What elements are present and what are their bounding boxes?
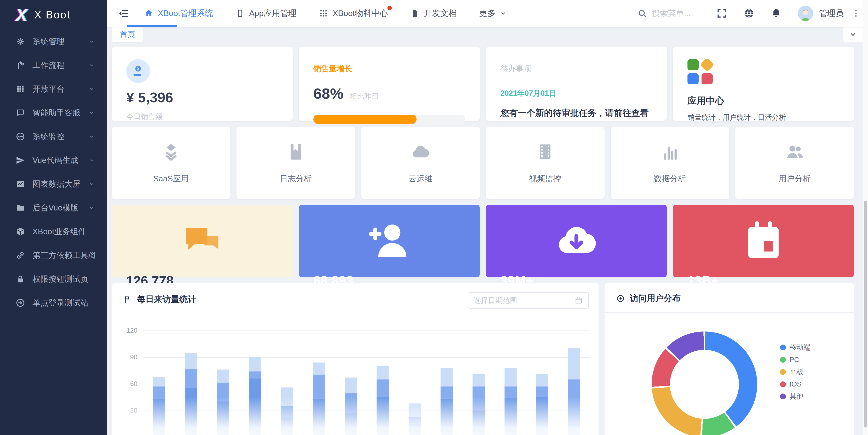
bar-1-segment-bottom	[153, 399, 165, 435]
growth-card: 销售量增长 68% 相比昨日	[299, 47, 480, 121]
bar-2-segment-middle	[185, 369, 197, 388]
todo-card: 待办事项 2021年07月01日 您有一个新的待审批任务，请前往查看	[486, 47, 667, 121]
sidebar-item-2[interactable]: 开放平台	[0, 77, 107, 101]
bar-13-segment-middle	[536, 386, 548, 397]
bar-3	[217, 330, 229, 435]
shortcut-card-1[interactable]: 日志分析	[237, 126, 355, 199]
sidebar-item-3[interactable]: 智能助手客服	[0, 101, 107, 125]
app-logo[interactable]: X X Boot	[0, 0, 107, 30]
bar-13-segment-top	[536, 374, 548, 386]
growth-progressbar	[313, 115, 465, 124]
bar-8-segment-middle	[377, 379, 389, 397]
sidebar-item-10[interactable]: 权限按钮测试页	[0, 267, 107, 291]
bar-13-segment-bottom	[536, 397, 548, 435]
sidebar-item-4[interactable]: 系统监控	[0, 125, 107, 148]
sidebar-item-9[interactable]: 第三方依赖工具/组件	[0, 243, 107, 267]
date-range-picker[interactable]: 选择日期范围	[468, 292, 589, 309]
gridline-60: 60	[143, 384, 590, 384]
bar-8	[377, 330, 389, 435]
sales-label: 今日销售额	[126, 112, 278, 122]
fullscreen-icon[interactable]	[716, 8, 727, 19]
legend-item-2[interactable]: 平板	[780, 367, 811, 377]
chat-icon	[16, 108, 25, 118]
bar-11-segment-middle	[472, 386, 485, 410]
bar-7	[345, 330, 357, 435]
legend-dot	[780, 381, 786, 387]
collapse-sidebar-icon[interactable]	[118, 8, 129, 19]
legend-item-0[interactable]: 移动端	[780, 343, 811, 352]
nav-item-3[interactable]: 开发文档	[410, 0, 457, 27]
vertical-scrollbar[interactable]	[863, 0, 868, 435]
shortcut-card-5[interactable]: 用户分析	[735, 126, 854, 199]
legend-item-3[interactable]: IOS	[780, 380, 811, 388]
sidebar-item-label: 单点登录测试站	[32, 297, 95, 309]
chevron-down-icon	[88, 62, 95, 68]
tabs-dropdown-button[interactable]	[843, 27, 863, 42]
notifications-bell-icon[interactable]	[771, 8, 782, 19]
overview-row: ¥ 5,396 今日销售额 销售量增长 68% 相比昨日 待办事项 2021年0…	[112, 47, 854, 121]
bar-6	[313, 330, 325, 435]
money-hand-icon	[126, 59, 150, 83]
bar-4-segment-top	[249, 357, 261, 372]
sidebar-item-label: 后台Vue模版	[32, 202, 88, 213]
app-center-blue-square	[687, 73, 699, 84]
shortcut-card-0[interactable]: SaaS应用	[112, 126, 230, 199]
sidebar: X X Boot 系统管理工作流程开放平台智能助手客服系统监控Vue代码生成图表…	[0, 0, 107, 435]
folder-icon	[16, 203, 25, 213]
nav-item-0[interactable]: XBoot管理系统	[144, 0, 213, 27]
gridline-120: 120	[143, 330, 590, 331]
app-center-title: 应用中心	[687, 94, 839, 107]
nav-item-2[interactable]: XBoot物料中心	[319, 0, 388, 27]
bar-10-segment-middle	[440, 386, 453, 399]
shortcut-card-4[interactable]: 数据分析	[611, 126, 730, 199]
stat-card-3: 13B+月活	[673, 205, 854, 278]
shortcut-card-2[interactable]: 云运维	[361, 126, 480, 199]
search-input[interactable]: 搜索菜单...	[637, 8, 691, 19]
bar-9-segment-top	[408, 404, 421, 417]
sidebar-item-1[interactable]: 工作流程	[0, 53, 107, 77]
bar-2	[185, 330, 197, 435]
nav-item-label: 开发文档	[424, 8, 457, 19]
shortcut-row: SaaS应用日志分析云运维视频监控数据分析用户分析	[112, 126, 854, 199]
chevron-down-icon	[88, 110, 95, 116]
legend-item-4[interactable]: 其他	[780, 392, 811, 401]
sidebar-item-5[interactable]: Vue代码生成	[0, 148, 107, 172]
sidebar-item-8[interactable]: XBoot业务组件	[0, 220, 107, 243]
home-icon	[144, 9, 153, 18]
sidebar-item-7[interactable]: 后台Vue模版	[0, 196, 107, 220]
bar-12	[504, 330, 517, 435]
nav-item-label: XBoot物料中心	[333, 8, 388, 19]
bar-3-segment-top	[217, 370, 229, 383]
tab-bar: 首页	[107, 27, 868, 42]
username[interactable]: 管理员	[819, 8, 844, 19]
nav-item-1[interactable]: App应用管理	[236, 0, 297, 27]
growth-progress-fill	[313, 115, 416, 124]
sidebar-item-6[interactable]: 图表数据大屏	[0, 172, 107, 196]
visits-bar-chart: 120906030	[143, 330, 590, 435]
todo-message[interactable]: 您有一个新的待审批任务，请前往查看	[500, 107, 652, 119]
bar-10-segment-bottom	[440, 399, 453, 435]
nav-item-4[interactable]: 更多	[479, 0, 507, 27]
scrollbar-thumb[interactable]	[864, 201, 867, 428]
gridline-90: 90	[143, 357, 590, 358]
more-options-kebab-icon[interactable]	[851, 8, 861, 18]
bar-9-segment-bottom	[408, 424, 421, 435]
sidebar-item-label: 图表数据大屏	[32, 179, 88, 190]
sidebar-item-11[interactable]: 单点登录测试站	[0, 291, 107, 315]
legend-item-1[interactable]: PC	[780, 356, 811, 364]
nav-item-label: XBoot管理系统	[158, 8, 213, 19]
tab-home[interactable]: 首页	[112, 27, 143, 42]
legend-dot	[780, 345, 786, 350]
shortcut-card-3[interactable]: 视频监控	[486, 126, 604, 199]
bar-12-segment-middle	[504, 386, 517, 398]
sidebar-item-0[interactable]: 系统管理	[0, 30, 107, 53]
avatar[interactable]	[798, 6, 813, 21]
app-center-icon	[687, 59, 713, 84]
bar-5-segment-bottom	[281, 417, 293, 435]
login-icon	[16, 298, 25, 308]
search-placeholder: 搜索菜单...	[652, 8, 691, 19]
cloud-icon	[410, 141, 431, 162]
language-globe-icon[interactable]	[743, 8, 754, 19]
legend-dot	[780, 369, 786, 375]
app-center-card[interactable]: 应用中心 销量统计，用户统计，日活分析	[673, 47, 854, 121]
